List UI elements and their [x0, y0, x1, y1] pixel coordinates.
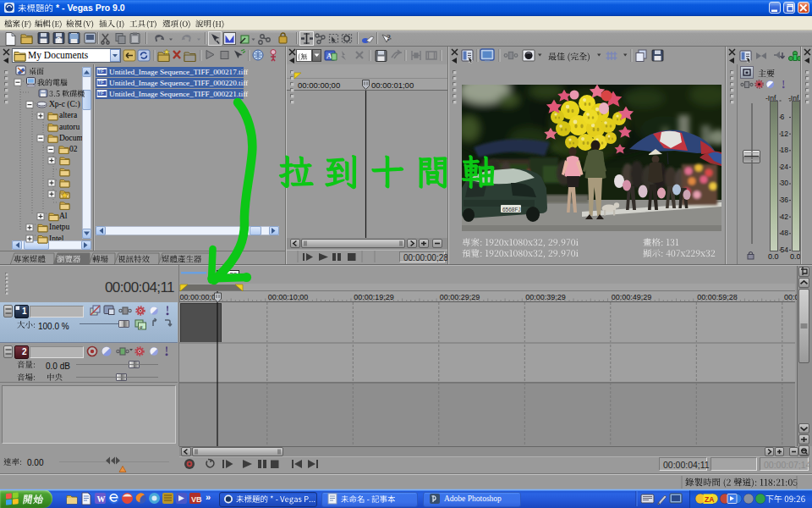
svg-text:TIF: TIF [98, 80, 104, 85]
svg-text:ZA: ZA [705, 495, 714, 504]
svg-text:VB: VB [191, 495, 202, 504]
svg-text:TIF: TIF [98, 91, 104, 96]
svg-text:TIF: TIF [98, 69, 104, 74]
svg-text:a: a [140, 323, 143, 330]
svg-text:W: W [97, 494, 106, 504]
svg-text:?: ? [387, 33, 391, 42]
svg-text:?: ? [57, 36, 62, 44]
